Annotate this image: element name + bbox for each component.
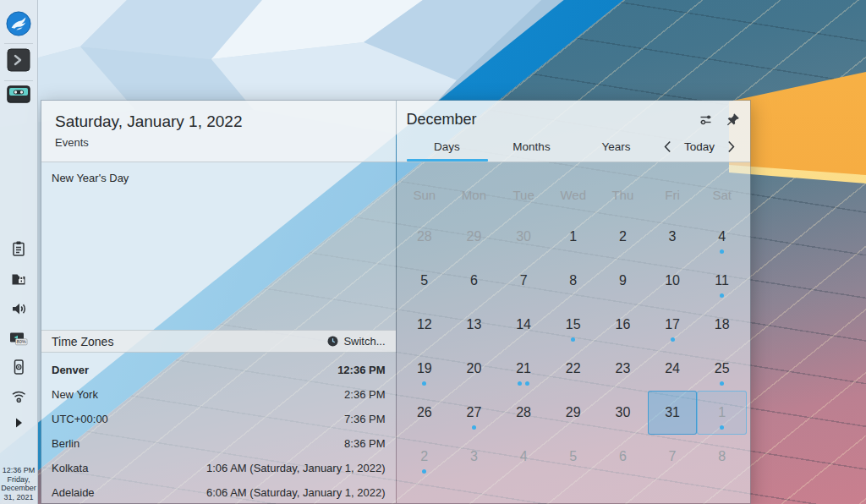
timezone-time: 8:36 PM [344, 437, 385, 450]
day-number: 25 [715, 361, 730, 376]
calendar-day-cell[interactable]: 23 [598, 347, 648, 391]
day-number: 8 [569, 273, 577, 288]
volume-icon[interactable] [0, 300, 37, 317]
terminal-icon[interactable] [0, 48, 37, 72]
timezones-header: Time Zones Switch... [41, 330, 396, 353]
calendar-day-cell[interactable]: 3 [449, 435, 499, 479]
calendar-day-cell[interactable]: 27 [449, 391, 499, 435]
calendar-day-cell[interactable]: 29 [449, 215, 499, 259]
calendar-day-cell[interactable]: 15 [548, 303, 598, 347]
clock-date-line: December [0, 484, 37, 493]
calendar-day-cell[interactable]: 28 [499, 391, 549, 435]
expand-arrow-icon[interactable] [0, 416, 37, 430]
calendar-day-cell[interactable]: 8 [548, 259, 598, 303]
calendar-day-cell[interactable]: 18 [697, 303, 747, 347]
day-number: 26 [417, 405, 432, 420]
calendar-day-cell[interactable]: 2 [400, 435, 450, 479]
calendar-day-cell[interactable]: 6 [598, 435, 648, 479]
timezone-list: Denver12:36 PMNew York2:36 PMUTC+00:007:… [41, 353, 396, 503]
day-number: 17 [665, 317, 680, 332]
calendar-day-cell[interactable]: 22 [548, 347, 598, 391]
calendar-day-cell[interactable]: 10 [648, 259, 698, 303]
day-number: 11 [715, 273, 729, 288]
calendar-day-cell[interactable]: 19 [400, 347, 450, 391]
calendar-day-cell[interactable]: 28 [400, 215, 450, 259]
calendar-day-cell[interactable]: 6 [449, 259, 499, 303]
calendar-day-cell[interactable]: 25 [697, 347, 747, 391]
vault-icon[interactable] [0, 271, 37, 288]
kdeconnect-phone-icon[interactable] [0, 359, 37, 375]
calendar-day-cell[interactable]: 3 [648, 215, 698, 259]
previous-month-button[interactable] [664, 140, 671, 153]
timezone-row: Kolkata1:06 AM (Saturday, January 1, 202… [41, 456, 396, 480]
calendar-day-cell[interactable]: 31 [648, 391, 698, 435]
day-number: 6 [619, 449, 627, 464]
calendar-day-cell[interactable]: 4 [697, 215, 747, 259]
calendar-day-cell[interactable]: 24 [648, 347, 698, 391]
switch-timezone-button[interactable]: Switch... [327, 335, 385, 348]
configure-sliders-icon[interactable] [699, 112, 713, 127]
calendar-day-cell[interactable]: 1 [697, 391, 747, 435]
calendar-day-cell[interactable]: 7 [648, 435, 698, 479]
calendar-day-cell[interactable]: 29 [548, 391, 598, 435]
timezone-row: Denver12:36 PM [41, 358, 396, 382]
app-launcher-bird-icon[interactable] [0, 11, 37, 36]
selected-date-title: Saturday, January 1, 2022 [55, 112, 382, 132]
calendar-day-cell[interactable]: 5 [548, 435, 598, 479]
next-month-button[interactable] [727, 140, 735, 153]
calendar-day-cell[interactable]: 14 [499, 303, 549, 347]
tab-months[interactable]: Months [490, 131, 574, 162]
calendar-header: December DaysMonthsYears [397, 101, 751, 162]
calendar-day-cell[interactable]: 7 [499, 259, 549, 303]
calendar-day-cell[interactable]: 11 [697, 259, 747, 303]
clipboard-icon[interactable] [0, 240, 37, 257]
calendar-day-cell[interactable]: 8 [697, 435, 747, 479]
calendar-day-cell[interactable]: 30 [598, 391, 648, 435]
calendar-tabs: DaysMonthsYears Today [405, 131, 743, 162]
timezones-title: Time Zones [52, 335, 113, 348]
pin-icon[interactable] [726, 112, 740, 127]
day-number: 14 [516, 317, 531, 332]
event-dots [698, 249, 746, 254]
calendar-day-cell[interactable]: 2 [598, 215, 648, 259]
wifi-icon[interactable] [0, 387, 37, 404]
event-item[interactable]: New Year's Day [52, 172, 386, 184]
cassette-media-icon[interactable] [0, 85, 37, 103]
calendar-day-cell[interactable]: 4 [499, 435, 549, 479]
calendar-day-cell[interactable]: 9 [598, 259, 648, 303]
brightness-icon[interactable]: 80% [0, 330, 37, 347]
event-dot [422, 381, 426, 386]
calendar-day-cell[interactable]: 16 [598, 303, 648, 347]
calendar-day-cell[interactable]: 30 [499, 215, 549, 259]
calendar-day-cell[interactable]: 20 [449, 347, 499, 391]
event-dot [720, 249, 724, 254]
weekday-label: Sat [697, 174, 747, 215]
brightness-badge: 80% [17, 339, 26, 344]
clock-time: 12:36 PM [0, 466, 37, 475]
weekday-label: Sun [400, 174, 450, 215]
day-number: 30 [516, 229, 531, 244]
day-number: 4 [520, 449, 528, 464]
calendar-day-cell[interactable]: 5 [400, 259, 450, 303]
calendar-day-cell[interactable]: 17 [648, 303, 698, 347]
tab-years[interactable]: Years [574, 131, 659, 162]
day-number: 29 [467, 229, 482, 244]
clock-date-line: 31, 2021 [0, 493, 37, 502]
today-button[interactable]: Today [684, 140, 715, 153]
brightness-icon: 80% [8, 330, 29, 347]
day-number: 30 [615, 405, 630, 420]
switch-label: Switch... [343, 335, 385, 348]
tab-days[interactable]: Days [405, 131, 490, 162]
day-number: 15 [566, 317, 581, 332]
vault-icon [10, 271, 27, 288]
calendar-day-cell[interactable]: 26 [400, 391, 450, 435]
timezone-city: New York [52, 388, 98, 401]
event-dots [698, 381, 746, 386]
calendar-day-cell[interactable]: 21 [499, 347, 549, 391]
calendar-day-cell[interactable]: 12 [400, 303, 450, 347]
calendar-day-cell[interactable]: 13 [449, 303, 499, 347]
calendar-day-cell[interactable]: 1 [548, 215, 598, 259]
clipboard-icon [10, 240, 27, 257]
events-subtitle: Events [55, 136, 382, 149]
panel-clock[interactable]: 12:36 PM Friday, December 31, 2021 [0, 466, 37, 501]
